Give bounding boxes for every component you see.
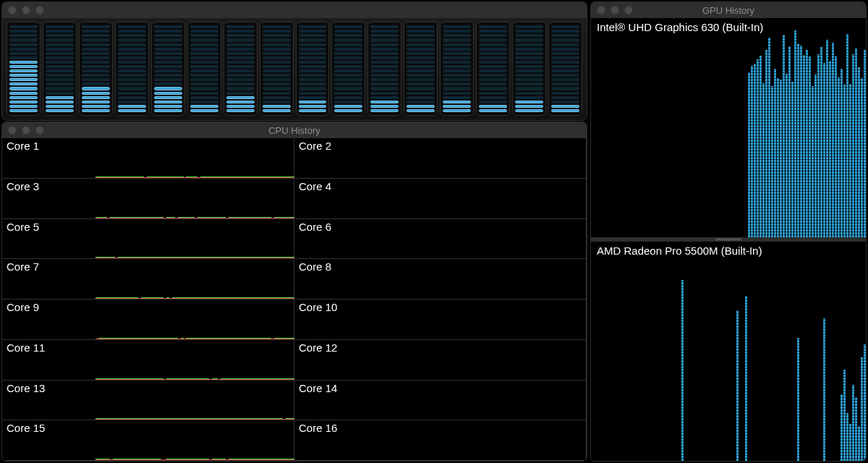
gpu-history-window: GPU History Intel® UHD Graphics 630 (Bui… — [590, 1, 867, 462]
core-label: Core 8 — [299, 260, 331, 273]
minimize-icon[interactable] — [22, 126, 30, 135]
core-cell-3: Core 3 — [2, 179, 294, 219]
cpu-meter-core-10 — [331, 22, 365, 116]
gpu-label-intel: Intel® UHD Graphics 630 (Built-In) — [597, 21, 763, 33]
gpu-panel-amd: AMD Radeon Pro 5500M (Built-In) — [591, 242, 866, 461]
core-plot — [95, 179, 294, 218]
core-label: Core 1 — [7, 140, 39, 152]
core-label: Core 2 — [299, 140, 331, 152]
core-cell-11: Core 11 — [2, 340, 294, 381]
cpu-meter-core-8 — [260, 22, 294, 116]
core-plot — [95, 219, 294, 259]
core-label: Core 13 — [7, 382, 45, 394]
cpu-history-window: CPU History Core 1Core 2Core 3Core 4Core… — [1, 122, 587, 462]
cpu-meter-core-4 — [115, 22, 149, 116]
core-plot — [388, 259, 586, 299]
gpu-history-body: Intel® UHD Graphics 630 (Built-In) AMD R… — [591, 18, 866, 461]
cpu-meters-window — [1, 1, 587, 121]
zoom-icon[interactable] — [35, 6, 44, 14]
cpu-meter-core-11 — [367, 22, 401, 116]
cpu-history-title: CPU History — [2, 125, 587, 136]
cpu-meter-core-14 — [476, 22, 510, 116]
core-cell-9: Core 9 — [2, 300, 294, 340]
minimize-icon[interactable] — [610, 6, 619, 14]
cpu-meter-core-9 — [296, 22, 330, 116]
cpu-meter-core-6 — [187, 22, 221, 116]
gpu-history-titlebar[interactable]: GPU History — [591, 2, 866, 18]
core-plot — [388, 420, 586, 460]
core-cell-15: Core 15 — [2, 420, 294, 461]
core-label: Core 9 — [7, 301, 39, 313]
gpu-plot-amd — [591, 242, 866, 461]
core-plot — [388, 300, 586, 339]
cpu-meter-core-7 — [224, 22, 258, 116]
core-label: Core 7 — [7, 260, 39, 273]
core-cell-4: Core 4 — [294, 179, 587, 219]
core-plot — [95, 259, 294, 299]
core-cell-13: Core 13 — [2, 381, 294, 421]
core-plot — [388, 219, 586, 259]
core-cell-2: Core 2 — [294, 138, 587, 179]
core-plot — [95, 300, 294, 339]
zoom-icon[interactable] — [35, 126, 44, 135]
gpu-label-amd: AMD Radeon Pro 5500M (Built-In) — [597, 245, 762, 257]
core-cell-1: Core 1 — [2, 138, 294, 179]
core-label: Core 16 — [299, 422, 337, 434]
core-label: Core 15 — [7, 422, 45, 434]
zoom-icon[interactable] — [624, 6, 633, 14]
minimize-icon[interactable] — [22, 6, 30, 14]
cpu-history-titlebar[interactable]: CPU History — [2, 122, 587, 138]
core-plot — [388, 340, 586, 380]
core-cell-14: Core 14 — [294, 381, 587, 421]
core-label: Core 11 — [7, 341, 45, 354]
cpu-history-grid: Core 1Core 2Core 3Core 4Core 5Core 6Core… — [2, 138, 587, 461]
core-cell-10: Core 10 — [294, 300, 587, 340]
core-plot — [95, 420, 294, 460]
core-label: Core 10 — [299, 301, 337, 313]
cpu-meter-core-1 — [7, 22, 41, 116]
cpu-meter-core-13 — [440, 22, 474, 116]
core-cell-12: Core 12 — [294, 340, 587, 381]
core-cell-5: Core 5 — [2, 219, 294, 260]
core-label: Core 12 — [299, 341, 337, 354]
core-cell-8: Core 8 — [294, 259, 587, 300]
core-label: Core 4 — [299, 180, 331, 192]
cpu-meters-titlebar[interactable] — [2, 2, 587, 18]
cpu-meter-core-3 — [79, 22, 113, 116]
core-plot — [95, 381, 294, 420]
gpu-panel-intel: Intel® UHD Graphics 630 (Built-In) — [591, 18, 866, 237]
cpu-meters — [2, 18, 587, 120]
core-cell-6: Core 6 — [294, 219, 587, 260]
cpu-meter-core-2 — [43, 22, 77, 116]
core-label: Core 6 — [299, 221, 331, 233]
core-label: Core 5 — [7, 221, 39, 233]
cpu-meter-core-15 — [512, 22, 546, 116]
gpu-plot-intel — [591, 18, 866, 237]
cpu-meter-core-5 — [151, 22, 185, 116]
core-label: Core 14 — [299, 382, 337, 394]
close-icon[interactable] — [8, 6, 17, 14]
core-label: Core 3 — [7, 180, 39, 192]
core-plot — [388, 381, 586, 420]
core-cell-7: Core 7 — [2, 259, 294, 300]
core-plot — [95, 340, 294, 380]
cpu-meter-core-12 — [404, 22, 438, 116]
core-plot — [388, 138, 586, 178]
core-plot — [95, 138, 294, 178]
close-icon[interactable] — [8, 126, 17, 135]
close-icon[interactable] — [597, 6, 605, 14]
core-cell-16: Core 16 — [294, 420, 587, 461]
core-plot — [388, 179, 586, 218]
cpu-meter-core-16 — [548, 22, 582, 116]
